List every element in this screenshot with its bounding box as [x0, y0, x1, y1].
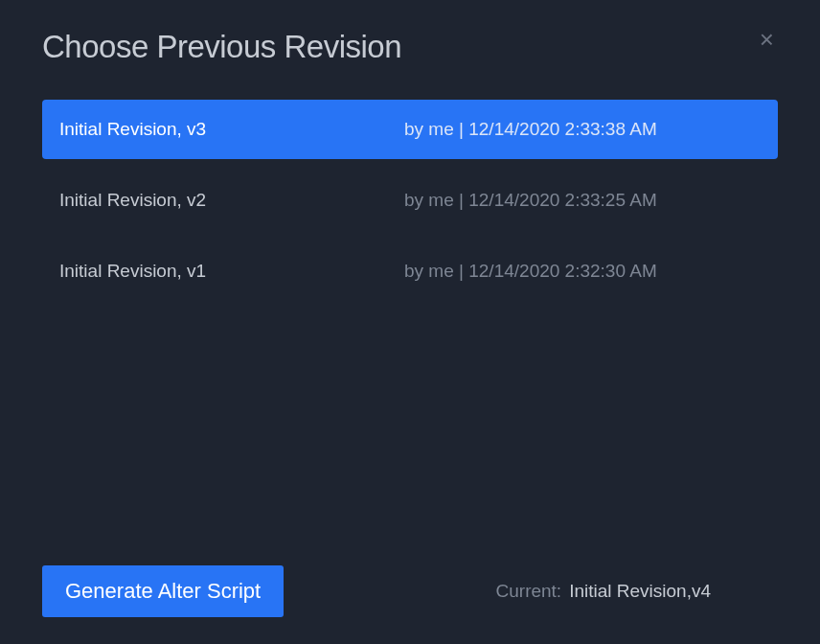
- revision-item[interactable]: Initial Revision, v3 by me | 12/14/2020 …: [42, 100, 778, 159]
- revision-label: Initial Revision, v2: [59, 190, 404, 211]
- dialog-title: Choose Previous Revision: [42, 29, 401, 65]
- revision-meta: by me | 12/14/2020 2:32:30 AM: [404, 261, 657, 282]
- generate-alter-script-button[interactable]: Generate Alter Script: [42, 565, 284, 617]
- revision-list: Initial Revision, v3 by me | 12/14/2020 …: [0, 84, 820, 301]
- revision-meta: by me | 12/14/2020 2:33:38 AM: [404, 119, 657, 140]
- current-label: Current:: [496, 581, 562, 602]
- close-icon[interactable]: ×: [756, 27, 778, 52]
- revision-item[interactable]: Initial Revision, v2 by me | 12/14/2020 …: [42, 171, 778, 230]
- choose-revision-dialog: Choose Previous Revision × Initial Revis…: [0, 0, 820, 644]
- current-value: Initial Revision,v4: [569, 581, 711, 602]
- dialog-footer: Generate Alter Script Current: Initial R…: [42, 565, 778, 617]
- revision-label: Initial Revision, v3: [59, 119, 404, 140]
- revision-meta: by me | 12/14/2020 2:33:25 AM: [404, 190, 657, 211]
- revision-item[interactable]: Initial Revision, v1 by me | 12/14/2020 …: [42, 242, 778, 301]
- dialog-header: Choose Previous Revision ×: [0, 0, 820, 84]
- current-revision-info: Current: Initial Revision,v4: [496, 581, 711, 602]
- revision-label: Initial Revision, v1: [59, 261, 404, 282]
